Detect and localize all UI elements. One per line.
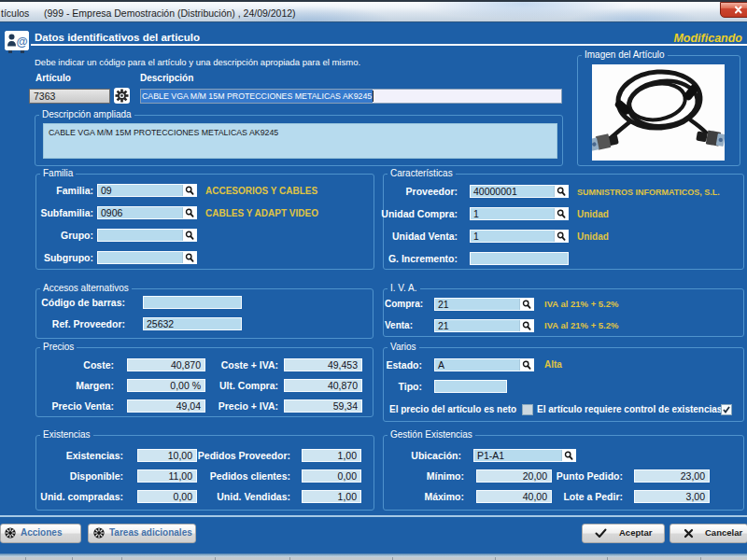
- svg-text:@: @: [17, 35, 28, 49]
